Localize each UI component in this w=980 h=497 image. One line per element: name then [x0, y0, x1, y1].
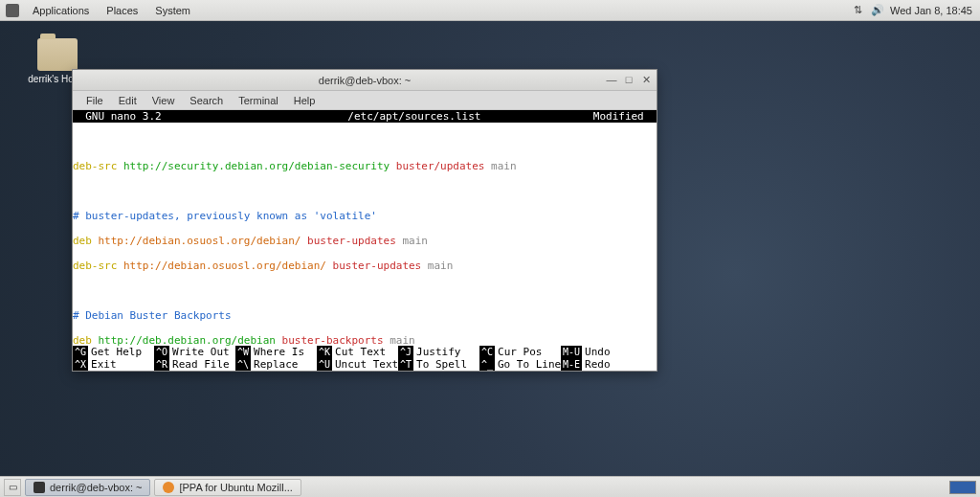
- nano-body[interactable]: deb-src http://security.debian.org/debia…: [73, 123, 657, 371]
- network-icon[interactable]: ⇅: [852, 4, 865, 17]
- menu-terminal[interactable]: Terminal: [231, 93, 286, 108]
- folder-icon: [37, 38, 78, 71]
- taskbar-item-browser[interactable]: [PPA for Ubuntu Mozill...: [154, 479, 301, 496]
- menu-system[interactable]: System: [147, 3, 198, 18]
- menu-view[interactable]: View: [145, 93, 183, 108]
- firefox-icon: [163, 482, 174, 493]
- taskbar-item-terminal[interactable]: derrik@deb-vbox: ~: [25, 479, 150, 496]
- menu-edit[interactable]: Edit: [111, 93, 145, 108]
- bottom-panel: ▭ derrik@deb-vbox: ~ [PPA for Ubuntu Moz…: [0, 476, 980, 497]
- menu-places[interactable]: Places: [99, 3, 145, 18]
- nano-editor[interactable]: GNU nano 3.2 /etc/apt/sources.list Modif…: [73, 110, 657, 371]
- terminal-icon: [33, 482, 45, 493]
- top-panel: Applications Places System ⇅ 🔊 Wed Jan 8…: [0, 0, 980, 21]
- nano-version: GNU nano 3.2: [73, 110, 235, 123]
- window-title: derrik@deb-vbox: ~: [73, 75, 657, 86]
- nano-header: GNU nano 3.2 /etc/apt/sources.list Modif…: [73, 110, 657, 123]
- clock[interactable]: Wed Jan 8, 18:45: [890, 5, 974, 16]
- nano-modified: Modified: [593, 110, 657, 123]
- menu-applications[interactable]: Applications: [25, 3, 97, 18]
- volume-icon[interactable]: 🔊: [871, 4, 884, 17]
- menu-search[interactable]: Search: [182, 93, 231, 108]
- menu-file[interactable]: File: [78, 93, 111, 108]
- close-button[interactable]: ✕: [639, 74, 653, 87]
- distro-logo-icon[interactable]: [6, 4, 19, 17]
- titlebar[interactable]: derrik@deb-vbox: ~ — □ ✕: [73, 70, 657, 91]
- terminal-window: derrik@deb-vbox: ~ — □ ✕ File Edit View …: [72, 69, 657, 372]
- terminal-menubar: File Edit View Search Terminal Help: [73, 91, 657, 110]
- nano-shortcuts: ^GGet Help ^OWrite Out ^WWhere Is ^KCut …: [73, 346, 657, 371]
- minimize-button[interactable]: —: [605, 74, 618, 87]
- nano-filename: /etc/apt/sources.list: [235, 110, 593, 123]
- maximize-button[interactable]: □: [622, 74, 635, 87]
- menu-help[interactable]: Help: [286, 93, 323, 108]
- show-desktop-button[interactable]: ▭: [4, 479, 21, 496]
- workspace-switcher[interactable]: [949, 481, 976, 494]
